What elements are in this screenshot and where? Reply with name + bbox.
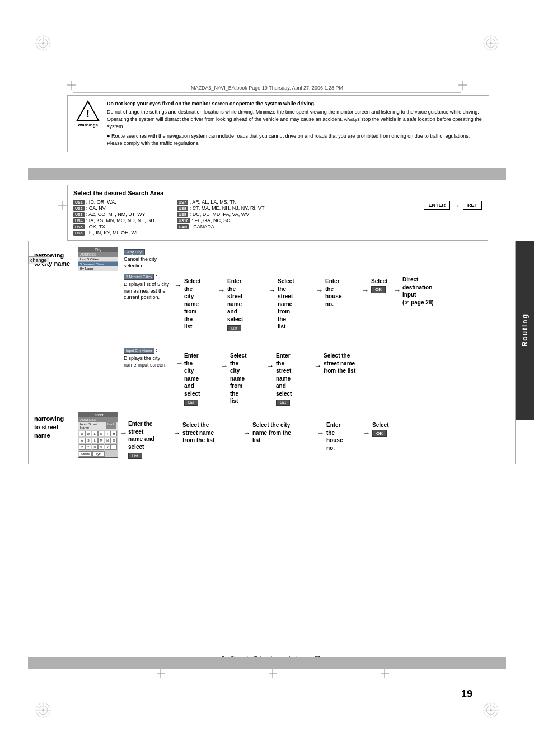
arrow3: →	[268, 286, 275, 294]
nearest-cities-btn[interactable]: 5 Nearest Cities	[124, 274, 154, 280]
nearest-colon: :	[156, 274, 157, 279]
warning-icon-area: ! Warnings	[73, 100, 102, 147]
state-row-us10: US10 : FL, GA, NC, SC	[177, 218, 294, 223]
keyboard-row2: A S L M N O	[78, 437, 118, 444]
list-button-2[interactable]: List	[184, 400, 198, 406]
list-button-3[interactable]: List	[276, 400, 290, 406]
svg-point-9	[490, 42, 492, 44]
text-us8: : CT, MA, ME, NH, NJ, NY, RI, VT	[190, 205, 265, 211]
arrow5: →	[362, 286, 369, 294]
state-row-us9: US9 : DC, DE, MD, PA, VA, WV	[177, 212, 294, 217]
arrow-after-select-city: →	[218, 286, 225, 294]
key-others: Others	[79, 451, 92, 457]
direct-dest-step: Directdestinationinput(☞ page 28)	[402, 276, 458, 306]
crosshair-header-left	[67, 81, 76, 90]
text-us2: : CA, NV	[86, 205, 106, 211]
last5-bar: Last 5 Cities	[78, 257, 118, 262]
enter-house-street-text: Enterthehouseno.	[326, 421, 363, 452]
select-city-text1: Selectthecitynamefromthelist	[184, 278, 218, 331]
page-number: 19	[461, 688, 472, 700]
warning-box: ! Warnings Do not keep your eyes fixed o…	[67, 95, 489, 152]
crosshair-bottom-center	[157, 669, 165, 678]
enter-house-text: Enterthehouseno.	[325, 278, 362, 308]
state-grid: US1 : ID, OR, WA, US7 : AR, AL, LA, MS, …	[73, 199, 482, 236]
select-city-step2: Selectthecitynamefromthelist	[230, 352, 265, 405]
street-arrow3: →	[243, 429, 250, 437]
badge-us9: US9	[177, 212, 188, 217]
badge-us6: US6	[73, 231, 85, 236]
key-e: E	[92, 431, 98, 436]
routing-tab-label: Routing	[521, 313, 529, 346]
header-bar: MAZDA3_NAVI_EA.book Page 19 Thursday, Ap…	[73, 83, 461, 93]
key-l: L	[92, 438, 98, 443]
crosshair-search	[58, 201, 67, 210]
enter-house-street: Enterthehouseno.	[326, 421, 363, 452]
text-us7: : AR, AL, LA, MS, TN	[190, 199, 237, 205]
key-v: V	[98, 444, 104, 450]
key-s: S	[85, 438, 91, 443]
input-city-btn[interactable]: Input City Name	[124, 348, 154, 354]
select-street-main: Select thestreet namefrom the list	[182, 421, 241, 444]
text-us1: : ID, OR, WA,	[86, 199, 116, 205]
nearest-cities-row: 5 Nearest Cities :	[124, 274, 157, 280]
gray-divider-top	[28, 168, 506, 180]
text-us9: : DC, DE, MD, PA, VA, WV	[190, 212, 250, 217]
state-row-us7: US7 : AR, AL, LA, MS, TN	[177, 199, 294, 205]
badge-us3: US3	[73, 212, 85, 217]
list-button-1[interactable]: List	[227, 325, 241, 331]
state-row-us2: US2 : CA, NV	[73, 205, 177, 211]
input-city-arrow: →	[176, 359, 183, 367]
input-city-desc: Displays the city name input screen.	[124, 355, 174, 368]
select-city-main: Select the cityname from thelist	[252, 421, 315, 444]
state-row-us5: US5 : OK, TX	[73, 224, 177, 229]
state-row-us8: US8 : CT, MA, ME, NH, NJ, NY, RI, VT	[177, 205, 294, 211]
arrow2: →	[218, 286, 225, 294]
svg-text:!: !	[86, 108, 90, 119]
street-arrow5: →	[363, 429, 370, 437]
svg-point-20	[42, 709, 44, 711]
enter-arrow: →	[453, 201, 460, 210]
key-a: A	[79, 438, 85, 443]
keyboard-others-row: Others Sym	[78, 450, 118, 457]
list-btn-1: List	[227, 324, 266, 331]
key-q: Q	[79, 431, 85, 436]
ret-button[interactable]: RET	[463, 201, 482, 210]
enter-street-text: Enterthestreetnameandselect	[227, 278, 266, 323]
change-label: change	[28, 256, 49, 264]
any-city-area: Any City : Cancel the city selection.	[124, 248, 174, 269]
routing-tab: Routing	[516, 241, 534, 420]
warning-label: Warnings	[78, 123, 98, 128]
enter-button[interactable]: ENTER	[424, 201, 450, 210]
state-row-us4: US4 : IA, KS, MN, MO, ND, NE, SD	[73, 218, 177, 223]
key-u: U	[92, 444, 98, 450]
input-city-row: Input City Name :	[124, 348, 157, 354]
key-m: M	[98, 438, 104, 443]
enter-city-step: Enterthecitynameandselect List	[184, 352, 219, 406]
arrow9: →	[314, 361, 321, 370]
select-ok-text: Select	[371, 278, 387, 285]
compass-bl	[35, 702, 51, 720]
key-n: N	[105, 438, 111, 443]
select-city-text2: Selectthecitynamefromthelist	[230, 352, 265, 405]
ok-button-1[interactable]: OK	[371, 286, 386, 293]
select-street-main-text: Select thestreet namefrom the list	[182, 421, 241, 444]
keyboard-row3: Z T U V X	[78, 444, 118, 450]
select-street-step: Selectthestreetnamefromthelist	[278, 278, 314, 331]
svg-point-25	[490, 709, 492, 711]
select-ok-step: Select OK	[371, 278, 387, 293]
nearest-cities-desc: Displays list of 5 city names nearest th…	[124, 281, 173, 301]
compass-br	[483, 702, 499, 720]
enter-street-main-text: Enter thestreetname andselect	[128, 420, 172, 450]
any-city-btn[interactable]: Any City	[124, 249, 145, 255]
list-button-street[interactable]: List	[128, 453, 142, 459]
ok-button-street[interactable]: OK	[372, 430, 387, 437]
warning-content: Do not keep your eyes fixed on the monit…	[107, 100, 483, 147]
key-z: Z	[79, 444, 85, 450]
warning-bullet2-text: Route searches with the navigation syste…	[107, 133, 470, 146]
street-ui-mockup: Street ADDRESS Input Street Name back Q …	[78, 412, 118, 458]
key-w: W	[85, 431, 91, 436]
badge-us7: US7	[177, 200, 188, 205]
arrow4: →	[316, 286, 323, 294]
bullet-symbol: ●	[107, 133, 111, 139]
enter-ret-area: ENTER → RET	[424, 201, 482, 210]
